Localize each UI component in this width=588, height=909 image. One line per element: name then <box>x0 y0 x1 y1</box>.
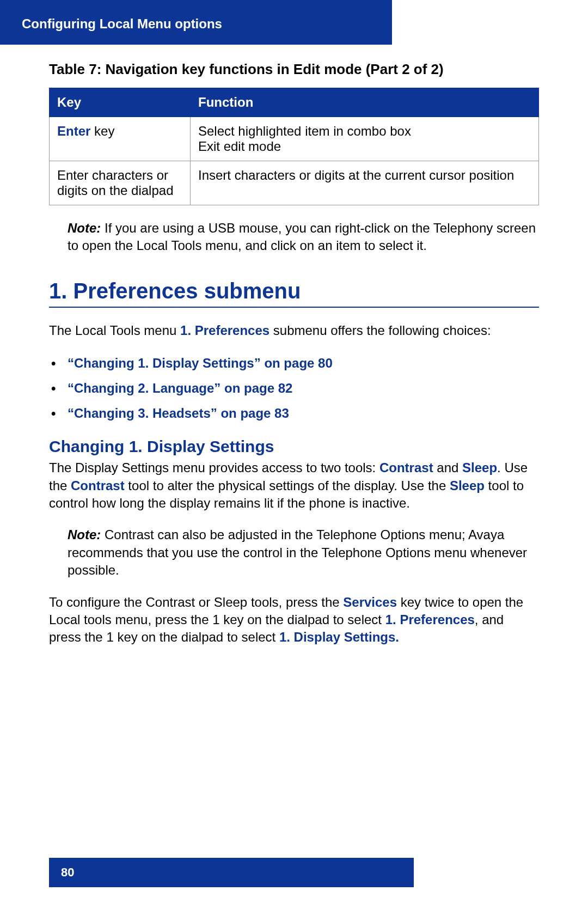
table-header-function: Function <box>191 88 539 117</box>
contrast-term-2: Contrast <box>71 478 125 493</box>
p2-a: To configure the Contrast or Sleep tools… <box>49 595 343 609</box>
services-term: Services <box>343 595 397 609</box>
note-usb-mouse: Note: If you are using a USB mouse, you … <box>68 219 539 255</box>
sleep-term: Sleep <box>462 460 497 475</box>
p1-a: The Display Settings menu provides acces… <box>49 460 379 475</box>
enter-key-rest: key <box>90 124 114 138</box>
note2-label: Note: <box>68 527 101 542</box>
header-band: Configuring Local Menu options <box>0 0 392 45</box>
contrast-term: Contrast <box>379 460 433 475</box>
dialpad-key-function: Insert characters or digits at the curre… <box>191 161 539 205</box>
preferences-link-list: “Changing 1. Display Settings” on page 8… <box>49 356 539 421</box>
preferences-intro: The Local Tools menu 1. Preferences subm… <box>49 322 539 339</box>
note2-text: Contrast can also be adjusted in the Tel… <box>68 527 527 577</box>
note-contrast: Note: Contrast can also be adjusted in t… <box>68 526 539 579</box>
intro-emphasis: 1. Preferences <box>180 323 270 338</box>
note-label: Note: <box>68 221 101 235</box>
link-headsets[interactable]: “Changing 3. Headsets” on page 83 <box>49 406 539 421</box>
display-settings-heading: Changing 1. Display Settings <box>49 437 539 456</box>
intro-pre: The Local Tools menu <box>49 323 180 338</box>
link-language[interactable]: “Changing 2. Language” on page 82 <box>49 381 539 396</box>
p1-d: tool to alter the physical settings of t… <box>125 478 450 493</box>
table-row: Enter key Select highlighted item in com… <box>50 117 539 161</box>
enter-key-function: Select highlighted item in combo box Exi… <box>191 117 539 161</box>
table-row: Enter characters or digits on the dialpa… <box>50 161 539 205</box>
display-settings-paragraph: The Display Settings menu provides acces… <box>49 459 539 512</box>
footer-band: 80 <box>49 858 414 887</box>
p1-b: and <box>433 460 462 475</box>
link-display-settings[interactable]: “Changing 1. Display Settings” on page 8… <box>49 356 539 371</box>
preferences-term: 1. Preferences <box>385 612 475 627</box>
display-settings-term: 1. Display Settings. <box>279 630 399 644</box>
table-caption: Table 7: Navigation key functions in Edi… <box>49 61 539 78</box>
dialpad-key-label: Enter characters or digits on the dialpa… <box>50 161 191 205</box>
sleep-term-2: Sleep <box>450 478 485 493</box>
intro-post: submenu offers the following choices: <box>270 323 491 338</box>
page-number: 80 <box>61 865 74 879</box>
preferences-submenu-heading: 1. Preferences submenu <box>49 279 539 308</box>
table-header-key: Key <box>50 88 191 117</box>
enter-key-label: Enter <box>57 124 90 138</box>
navigation-table: Key Function Enter key Select highlighte… <box>49 88 539 205</box>
page-content: Table 7: Navigation key functions in Edi… <box>0 45 588 646</box>
header-title: Configuring Local Menu options <box>22 16 222 31</box>
note-text: If you are using a USB mouse, you can ri… <box>68 221 536 253</box>
configure-paragraph: To configure the Contrast or Sleep tools… <box>49 594 539 646</box>
